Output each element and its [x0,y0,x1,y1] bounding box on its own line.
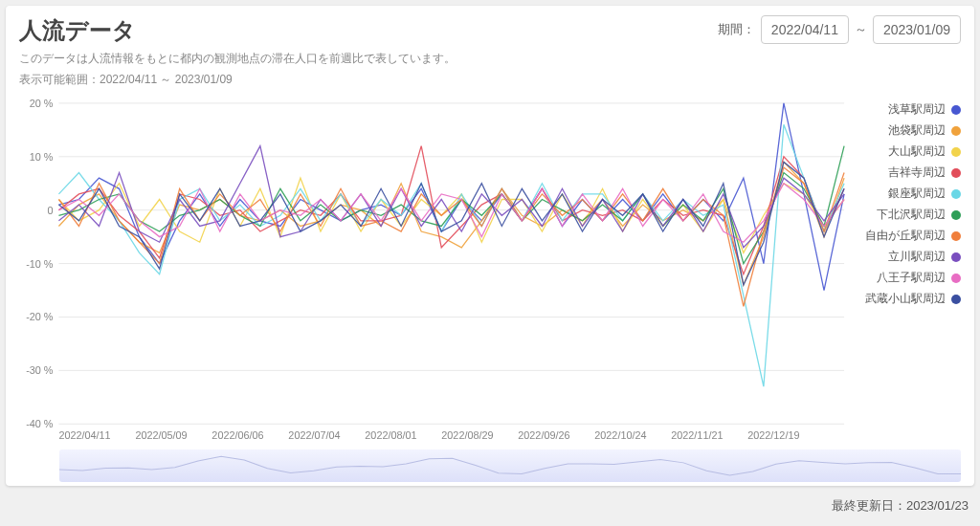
legend-label: 銀座駅周辺 [888,186,946,202]
legend-swatch [951,295,961,304]
legend-swatch [951,252,961,262]
card-header: 人流データ このデータは人流情報をもとに都内の観測地点の滞在人口を前週比で表して… [19,15,961,88]
legend-label: 大山駅周辺 [888,143,946,160]
last-updated-label: 最終更新日： [832,498,906,513]
period-picker: 期間： 2022/04/11 ～ 2023/01/09 [718,15,961,44]
line-chart[interactable]: -40 %-30 %-20 %-10 %010 %20 %2022/04/112… [19,96,850,449]
legend-label: 吉祥寺周辺 [888,164,946,181]
legend-item[interactable]: 銀座駅周辺 [856,186,961,202]
last-updated-value: 2023/01/23 [906,498,969,513]
legend-swatch [951,126,961,136]
legend-swatch [951,147,961,157]
legend-swatch [951,210,961,220]
last-updated: 最終更新日：2023/01/23 [0,492,980,520]
svg-text:-10 %: -10 % [26,258,54,270]
svg-text:2022/10/24: 2022/10/24 [594,429,646,441]
svg-text:2022/08/29: 2022/08/29 [441,429,493,441]
svg-text:10 %: 10 % [30,151,54,163]
legend-item[interactable]: 吉祥寺周辺 [856,164,961,181]
svg-text:2022/04/11: 2022/04/11 [58,429,110,441]
legend-label: 池袋駅周辺 [888,122,946,139]
svg-text:-20 %: -20 % [26,311,54,322]
legend-item[interactable]: 自由が丘駅周辺 [856,228,961,244]
title-block: 人流データ このデータは人流情報をもとに都内の観測地点の滞在人口を前週比で表して… [19,15,456,88]
legend-swatch [951,189,961,199]
range-brush[interactable] [59,449,961,482]
legend: 浅草駅周辺池袋駅周辺大山駅周辺吉祥寺周辺銀座駅周辺下北沢駅周辺自由が丘駅周辺立川… [850,96,961,449]
legend-swatch [951,274,961,283]
legend-label: 浅草駅周辺 [888,101,946,118]
legend-label: 八王子駅周辺 [877,270,946,286]
svg-text:2022/09/26: 2022/09/26 [518,429,569,441]
plot-area: -40 %-30 %-20 %-10 %010 %20 %2022/04/112… [19,96,961,449]
period-label: 期間： [718,21,755,38]
legend-label: 下北沢駅周辺 [877,207,946,223]
svg-text:20 %: 20 % [30,98,54,109]
chart-card: 人流データ このデータは人流情報をもとに都内の観測地点の滞在人口を前週比で表して… [6,6,974,486]
legend-swatch [951,231,961,241]
svg-text:2022/06/06: 2022/06/06 [212,429,263,441]
legend-swatch [951,168,961,178]
legend-label: 武蔵小山駅周辺 [865,291,946,307]
legend-item[interactable]: 立川駅周辺 [856,249,961,265]
date-separator: ～ [855,21,867,38]
page-title: 人流データ [19,15,456,46]
date-from-input[interactable]: 2022/04/11 [761,15,849,44]
svg-text:2022/08/01: 2022/08/01 [365,429,416,441]
svg-text:2022/07/04: 2022/07/04 [288,429,340,441]
legend-item[interactable]: 池袋駅周辺 [856,122,961,139]
svg-text:2022/05/09: 2022/05/09 [135,429,187,441]
legend-item[interactable]: 八王子駅周辺 [856,270,961,286]
legend-item[interactable]: 武蔵小山駅周辺 [856,291,961,307]
legend-swatch [951,105,961,115]
svg-text:2022/12/19: 2022/12/19 [747,429,799,441]
legend-item[interactable]: 浅草駅周辺 [856,101,961,118]
legend-item[interactable]: 大山駅周辺 [856,143,961,160]
svg-text:-40 %: -40 % [26,418,54,429]
legend-label: 自由が丘駅周辺 [865,228,946,244]
date-to-input[interactable]: 2023/01/09 [873,15,961,44]
svg-text:0: 0 [47,205,53,216]
date-range-note: 表示可能範囲：2022/04/11 ～ 2023/01/09 [19,71,456,88]
legend-item[interactable]: 下北沢駅周辺 [856,207,961,223]
svg-text:-30 %: -30 % [26,364,54,376]
svg-text:2022/11/21: 2022/11/21 [671,429,723,441]
chart-description: このデータは人流情報をもとに都内の観測地点の滞在人口を前週比で表しています。 [19,50,456,67]
legend-label: 立川駅周辺 [888,249,946,265]
